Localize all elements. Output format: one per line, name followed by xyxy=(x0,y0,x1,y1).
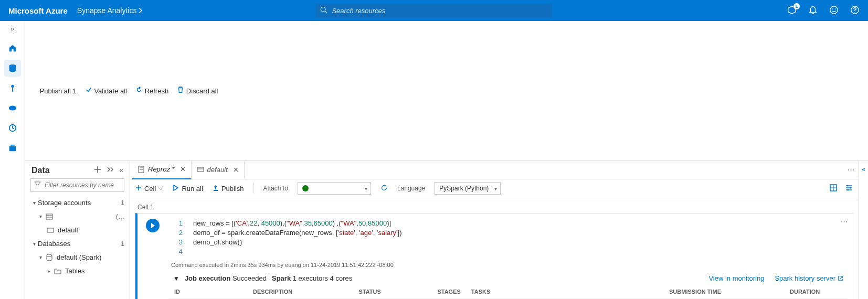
svg-point-30 xyxy=(850,187,852,188)
svg-point-20 xyxy=(47,254,52,257)
workspace-breadcrumb[interactable]: Synapse Analytics xyxy=(77,6,143,15)
language-dropdown[interactable]: PySpark (Python)▾ xyxy=(435,182,501,195)
svg-point-3 xyxy=(832,8,833,9)
trash-icon xyxy=(177,86,184,93)
refresh-label: Refresh xyxy=(145,87,169,95)
session-refresh-button[interactable] xyxy=(380,184,388,193)
collapse-right-icon[interactable]: « xyxy=(859,161,868,300)
cell-more-icon[interactable]: ⋯ xyxy=(841,218,848,226)
tree-default-spark[interactable]: ▾default (Spark) xyxy=(28,251,126,264)
tree-storage-accounts[interactable]: ▾Storage accounts 1 xyxy=(28,196,126,210)
tree-storage-account-item[interactable]: ▾ (… xyxy=(28,210,126,223)
code-cell[interactable]: ⋯ 1new_rows = [('CA',22, 45000),("WA",35… xyxy=(135,213,853,300)
help-icon[interactable] xyxy=(850,5,860,16)
code-editor[interactable]: 1new_rows = [('CA',22, 45000),("WA",35,6… xyxy=(169,219,848,257)
svg-line-1 xyxy=(325,11,327,13)
storage-tab-icon xyxy=(197,166,204,173)
rail-data[interactable] xyxy=(4,60,21,77)
attach-to-label: Attach to xyxy=(263,185,288,192)
validate-all-label: Validate all xyxy=(94,87,127,95)
tree-default-container[interactable]: default xyxy=(28,223,126,237)
tree-databases[interactable]: ▾Databases 1 xyxy=(28,237,126,251)
execution-info: Command executed in 2mins 35s 934ms by e… xyxy=(171,262,848,268)
expand-rail-icon[interactable]: » xyxy=(10,25,14,33)
tab-default[interactable]: default ✕ xyxy=(192,160,245,179)
directory-icon[interactable]: 1 xyxy=(787,5,797,16)
storage-count: 1 xyxy=(121,199,124,207)
workspace-area: Reproż * ✕ default ✕ ⋯ Cell Run all Publ… xyxy=(130,161,859,300)
language-label: Language xyxy=(397,185,425,192)
svg-point-29 xyxy=(847,185,849,186)
job-execution-label: Job execution xyxy=(185,274,230,282)
tree-tables[interactable]: ▸Tables xyxy=(28,264,126,278)
rail-develop[interactable] xyxy=(4,80,21,97)
left-icon-rail: » xyxy=(0,21,25,299)
job-exec-status: Succeeded xyxy=(232,274,267,282)
close-tab-icon[interactable]: ✕ xyxy=(233,166,239,174)
col-sub: SUBMISSION TIME xyxy=(664,285,785,298)
publish-nb-label: Publish xyxy=(221,185,244,193)
publish-icon xyxy=(30,86,38,93)
jobs-table: ID DESCRIPTION STATUS STAGES TASKS SUBMI… xyxy=(169,285,848,299)
variables-icon[interactable] xyxy=(829,184,838,194)
add-cell-button[interactable]: Cell xyxy=(135,185,163,193)
check-icon xyxy=(85,86,92,93)
filter-icon xyxy=(34,181,41,189)
collapse-panel-icon[interactable]: « xyxy=(119,166,123,175)
search-icon xyxy=(320,6,327,15)
panel-actions-icon[interactable] xyxy=(107,166,114,175)
tables-label: Tables xyxy=(65,267,85,275)
run-cell-button[interactable] xyxy=(146,219,160,232)
close-tab-icon[interactable]: ✕ xyxy=(180,165,186,173)
workspace-name: Synapse Analytics xyxy=(77,6,137,15)
external-link-icon xyxy=(838,275,843,281)
chevron-down-icon xyxy=(158,186,163,191)
attach-to-dropdown[interactable]: ▾ xyxy=(298,182,371,195)
collapse-job-exec-icon[interactable]: ▼ xyxy=(173,275,179,282)
data-panel: Data « ▾Storage accounts xyxy=(25,161,130,300)
publish-count-badge: 1 xyxy=(73,87,77,95)
rail-monitor[interactable] xyxy=(4,120,21,136)
refresh-icon xyxy=(135,86,143,93)
discard-all-button[interactable]: Discard all xyxy=(177,86,218,95)
validate-all-button[interactable]: Validate all xyxy=(85,86,127,95)
feedback-icon[interactable] xyxy=(829,5,839,16)
publish-notebook-button[interactable]: Publish xyxy=(213,185,244,193)
databases-label: Databases xyxy=(38,240,70,248)
svg-rect-15 xyxy=(9,146,16,151)
filter-resources-input[interactable] xyxy=(30,178,124,192)
refresh-button[interactable]: Refresh xyxy=(135,86,168,95)
chevron-right-icon xyxy=(139,8,143,13)
rail-orchestrate[interactable] xyxy=(4,100,21,116)
databases-count: 1 xyxy=(121,240,124,248)
tabs-more-icon[interactable]: ⋯ xyxy=(848,166,854,174)
storage-icon xyxy=(45,212,54,221)
notebook-toolbar: Cell Run all Publish Attach to ▾ Languag… xyxy=(130,179,859,198)
tab-default-label: default xyxy=(207,166,228,174)
notebook-icon xyxy=(137,166,145,173)
rail-home[interactable] xyxy=(4,40,21,57)
notifications-icon[interactable] xyxy=(808,5,818,16)
status-green-icon xyxy=(302,185,309,191)
add-resource-icon[interactable] xyxy=(94,166,101,175)
notification-badge: 1 xyxy=(793,3,800,9)
container-icon xyxy=(46,226,55,234)
svg-point-31 xyxy=(848,189,849,190)
publish-all-button[interactable]: Publish all 1 xyxy=(30,86,77,95)
col-tasks: TASKS xyxy=(466,285,664,298)
storage-child-ellipsis: (… xyxy=(116,213,124,220)
folder-icon xyxy=(54,267,62,275)
editor-tabs: Reproż * ✕ default ✕ ⋯ xyxy=(130,161,859,179)
tab-reproz-label: Reproż * xyxy=(148,165,175,173)
col-dur: DURATION xyxy=(785,285,848,298)
settings-icon[interactable] xyxy=(845,184,853,194)
spark-history-link[interactable]: Spark history server xyxy=(775,274,843,282)
rail-manage[interactable] xyxy=(4,140,21,156)
run-all-button[interactable]: Run all xyxy=(173,185,203,193)
col-id: ID xyxy=(169,285,248,298)
tab-reproz[interactable]: Reproż * ✕ xyxy=(132,161,192,179)
publish-all-label: Publish all xyxy=(40,87,71,95)
view-monitoring-link[interactable]: View in monitoring xyxy=(708,274,764,282)
col-status: STATUS xyxy=(353,285,432,298)
global-search-input[interactable] xyxy=(316,4,552,17)
